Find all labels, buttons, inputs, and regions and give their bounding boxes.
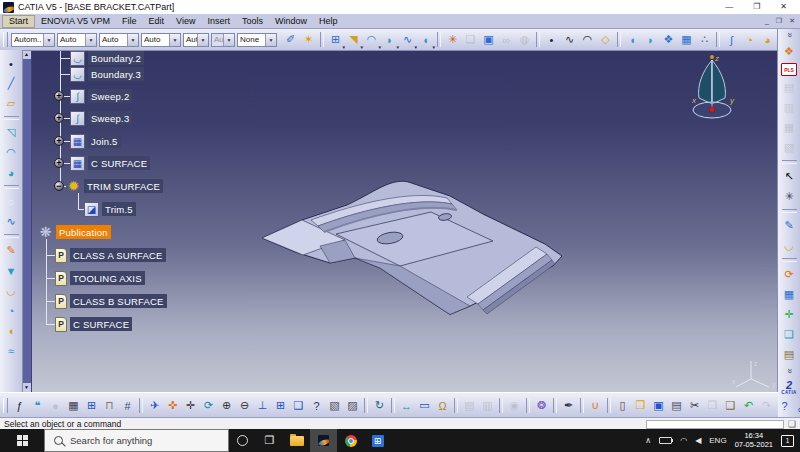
thick-surface-icon[interactable]: ◗ <box>642 31 659 48</box>
redo-icon[interactable]: ↷ <box>758 397 775 414</box>
exit-workbench-icon[interactable]: ❖ <box>781 43 798 60</box>
graphic-wand-icon[interactable]: ✶ <box>300 31 317 48</box>
toolbar-dropdown-3[interactable]: Auto▼ <box>99 33 139 47</box>
plane-tool-icon[interactable]: ▱ <box>3 95 20 112</box>
pattern-icon[interactable]: ⊞▾ <box>327 31 344 48</box>
menu-window[interactable]: Window <box>269 15 313 28</box>
grayed-icon-1[interactable]: ▤ <box>461 397 478 414</box>
pdm-icon-4[interactable]: ▧ <box>781 139 798 156</box>
offset-tool-icon[interactable]: ≈ <box>3 342 20 359</box>
image-icon[interactable]: ▣ <box>480 31 497 48</box>
language-indicator[interactable]: ENG <box>709 437 726 445</box>
cortana-button[interactable] <box>229 429 256 452</box>
catalog-browser-icon[interactable]: ❂ <box>533 397 550 414</box>
comment-icon[interactable]: ❝ <box>29 397 46 414</box>
tree-item-sweep-2[interactable]: ∫Sweep.2 <box>70 88 132 104</box>
toolbar-dropdown-4[interactable]: Auto▼ <box>141 33 181 47</box>
circle-tool-icon[interactable]: ○ <box>3 193 20 210</box>
flag-icon[interactable]: ◥▾ <box>345 31 362 48</box>
battery-icon[interactable] <box>659 437 672 444</box>
mdi-restore-button[interactable]: ❐ <box>776 17 782 25</box>
fit-all-in-icon[interactable]: ✜ <box>164 397 181 414</box>
spline-tool-icon[interactable]: ∿ <box>3 213 20 230</box>
tree-expander-plus-icon[interactable]: + <box>54 136 64 146</box>
menu-file[interactable]: File <box>116 15 143 28</box>
point-tool-icon[interactable]: • <box>3 55 20 72</box>
menu-help[interactable]: Help <box>313 15 344 28</box>
tree-scrollbar[interactable]: ▲ ▼ <box>22 50 32 392</box>
toolbar-grip[interactable] <box>3 32 8 47</box>
catia-taskbar-button[interactable] <box>310 429 337 452</box>
smart-pick-icon[interactable]: ✳ <box>781 188 798 205</box>
tree-item-trim-5[interactable]: ◪Trim.5 <box>84 201 136 217</box>
minimize-button[interactable]: — <box>725 3 733 11</box>
formula-icon[interactable]: ƒ <box>11 397 28 414</box>
axis-system-icon[interactable]: ✛ <box>781 306 798 323</box>
dropdown-arrow-icon[interactable]: ▼ <box>127 34 138 46</box>
ds-catia-logo-2[interactable]: 2CATIA <box>794 397 800 414</box>
paste-icon[interactable]: ❑ <box>722 397 739 414</box>
toolbar-dropdown-1[interactable]: Autom..▼ <box>11 33 55 47</box>
open-icon[interactable]: ❒ <box>632 397 649 414</box>
task-view-button[interactable]: ❐ <box>256 429 283 452</box>
zoom-out-icon[interactable]: ⊖ <box>236 397 253 414</box>
point-icon[interactable]: • <box>543 31 560 48</box>
toolbar-dropdown-6[interactable]: Aut▼ <box>211 33 235 47</box>
command-field[interactable] <box>646 420 784 429</box>
whats-this-icon[interactable]: ? <box>776 397 793 414</box>
rotate-icon[interactable]: ⟳ <box>200 397 217 414</box>
menu-enovia-v5-vpm[interactable]: ENOVIA V5 VPM <box>35 15 116 28</box>
close-button[interactable]: ✕ <box>780 3 787 11</box>
file-explorer-button[interactable] <box>283 429 310 452</box>
mdi-minimize-button[interactable]: _ <box>765 17 769 25</box>
painter-icon[interactable]: ✒ <box>560 397 577 414</box>
new-document-icon[interactable]: ▯ <box>614 397 631 414</box>
fold-icon[interactable]: ◔ <box>741 31 758 48</box>
tree-item-trim-surface[interactable]: ✹TRIM SURFACE <box>66 178 163 194</box>
apply-material-icon[interactable]: ✐ <box>282 31 299 48</box>
toolbar-grip[interactable] <box>3 398 8 413</box>
grid-icon[interactable]: ▦ <box>781 286 798 303</box>
profile-icon[interactable]: ◡ <box>781 237 798 254</box>
tree-expander-plus-icon[interactable]: + <box>54 113 64 123</box>
dropdown-arrow-icon[interactable]: ▼ <box>85 34 96 46</box>
fillet-tool-icon[interactable]: ◖ <box>3 322 20 339</box>
scroll-down-icon[interactable]: ▼ <box>22 383 31 392</box>
layers-icon[interactable]: ▤ <box>781 346 798 363</box>
select-cursor-icon[interactable]: ↖ <box>781 168 798 185</box>
tree-label[interactable]: Publication <box>56 225 111 239</box>
pan-icon[interactable]: ✛ <box>182 397 199 414</box>
tree-item-class-a-surface[interactable]: PCLASS A SURFACE <box>55 247 166 263</box>
tree-item-c-surface[interactable]: PC SURFACE <box>55 316 132 332</box>
chrome-button[interactable] <box>337 429 364 452</box>
tree-expander-minus-icon[interactable]: − <box>54 181 64 191</box>
print-icon[interactable]: ▤ <box>668 397 685 414</box>
grayed-icon-2[interactable]: ▥ <box>479 397 496 414</box>
menu-insert[interactable]: Insert <box>201 15 236 28</box>
pdm-icon-2[interactable]: ▥ <box>781 99 798 116</box>
tree-item-publication[interactable]: ❋Publication <box>38 224 111 240</box>
wifi-icon[interactable]: ◠ <box>680 437 687 445</box>
spline-surface-icon[interactable]: ∫ <box>723 31 740 48</box>
zoom-in-icon[interactable]: ⊕ <box>218 397 235 414</box>
tree-item-sweep-3[interactable]: ∫Sweep.3 <box>70 110 132 126</box>
extract-tool-icon[interactable]: ◔ <box>3 302 20 319</box>
toolbar-dropdown-7[interactable]: None▼ <box>237 33 277 47</box>
net-surface-icon[interactable]: ▦ <box>678 31 695 48</box>
dropdown-arrow-icon[interactable]: ▼ <box>197 34 208 46</box>
more-tools-chevron[interactable]: » <box>784 27 794 44</box>
update-icon[interactable]: ⟳ <box>781 266 798 283</box>
multi-view-icon[interactable]: ⊞ <box>272 397 289 414</box>
spline-icon[interactable]: ∿ <box>561 31 578 48</box>
dropdown-arrow-icon[interactable]: ▼ <box>223 34 234 46</box>
tree-item-c-surface[interactable]: ▦C SURFACE <box>70 155 150 171</box>
undo-icon[interactable]: ↶ <box>740 397 757 414</box>
menu-tools[interactable]: Tools <box>236 15 269 28</box>
tree-label[interactable]: Sweep.2 <box>88 89 132 103</box>
clock[interactable]: 16:34 07-05-2021 <box>735 432 773 449</box>
menu-start[interactable]: Start <box>2 15 35 28</box>
ds-catia-logo[interactable]: 2CATIA <box>777 379 800 396</box>
toolbar-dropdown-2[interactable]: Auto▼ <box>57 33 97 47</box>
extrude-surface-icon[interactable]: ◠▾ <box>363 31 380 48</box>
restore-button[interactable]: ❐ <box>753 3 760 11</box>
